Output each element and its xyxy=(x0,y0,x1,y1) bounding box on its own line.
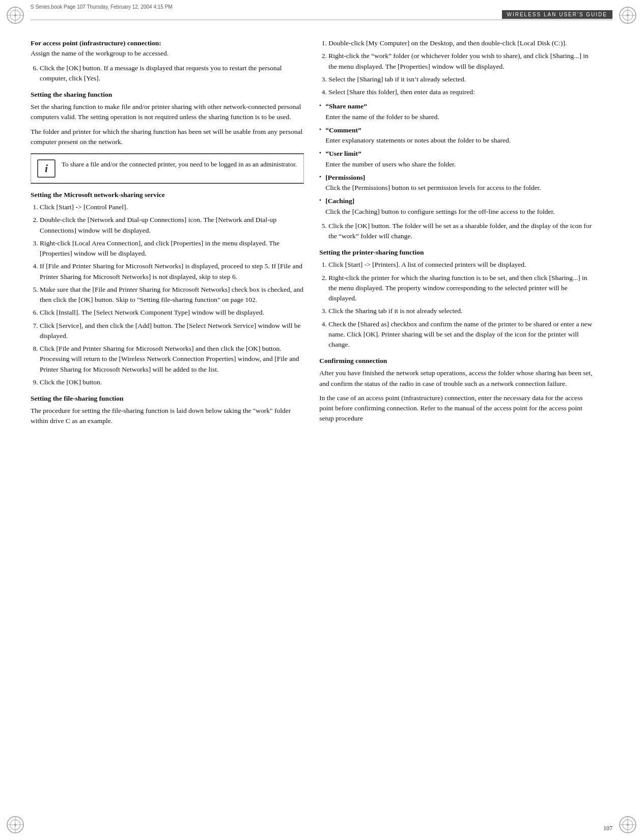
list-item: Select [Share this folder], then enter d… xyxy=(328,87,593,97)
list-item: If [File and Printer Sharing for Microso… xyxy=(40,261,304,282)
section1-para1: Set the sharing function to make file an… xyxy=(31,102,304,123)
list-item: Right-click the printer for which the sh… xyxy=(328,273,593,304)
left-column: For access point (infrastructure) connec… xyxy=(31,28,304,820)
svg-point-9 xyxy=(627,14,629,16)
list-item: Click [Service], and then click the [Add… xyxy=(40,321,304,342)
printer-steps-list: Click [Start] -> [Printers]. A list of c… xyxy=(328,260,593,350)
section5-heading: Confirming connection xyxy=(319,357,593,365)
section3-para: The procedure for setting the file-shari… xyxy=(31,406,304,427)
header-title: WIreless LAN User's Guide xyxy=(502,10,613,19)
option-desc: Enter the number of users who share the … xyxy=(325,160,456,168)
info-icon: i xyxy=(37,159,55,178)
list-item: Double-click the [Network and Dial-up Co… xyxy=(40,215,304,236)
step5-right-list: Click the [OK] button. The folder will b… xyxy=(328,221,593,242)
section3-heading: Setting the file-sharing function xyxy=(31,395,304,403)
list-item: Click the Sharing tab if it is not alrea… xyxy=(328,306,593,316)
section1-para2: The folder and printer for which the sha… xyxy=(31,127,304,148)
list-item: [Permissions]Click the [Permissions] but… xyxy=(319,173,593,193)
list-item: Click the [OK] button. The folder will b… xyxy=(328,221,593,242)
option-title: [Permissions] xyxy=(325,174,365,181)
list-item: Click the [OK] button. xyxy=(40,377,304,387)
right-column: Double-click [My Computer] on the Deskto… xyxy=(319,28,593,820)
list-item: Click [Install]. The [Select Network Com… xyxy=(40,307,304,318)
svg-point-14 xyxy=(14,824,16,826)
book-info: S Series.book Page 107 Thursday, Februar… xyxy=(31,4,173,10)
right-steps-list: Double-click [My Computer] on the Deskto… xyxy=(328,38,593,97)
content-wrapper: For access point (infrastructure) connec… xyxy=(31,28,612,820)
svg-point-19 xyxy=(627,824,629,826)
list-item: Right-click [Local Area Connection], and… xyxy=(40,238,304,259)
list-item: Select the [Sharing] tab if it isn’t alr… xyxy=(328,74,593,85)
option-title: “Comment” xyxy=(325,126,361,134)
share-options-list: “Share name”Enter the name of the folder… xyxy=(319,101,593,217)
list-item: Make sure that the [File and Printer Sha… xyxy=(40,285,304,305)
corner-decoration-tr xyxy=(618,5,638,25)
corner-decoration-tl xyxy=(5,5,25,25)
svg-point-4 xyxy=(14,14,16,16)
section2-heading: Setting the Microsoft network-sharing se… xyxy=(31,191,304,199)
list-item: Click [Start] -> [Control Panel]. xyxy=(40,202,304,212)
list-item: “User limit”Enter the number of users wh… xyxy=(319,149,593,170)
option-title: [Caching] xyxy=(325,197,354,205)
step6-list: Click the [OK] button. If a message is d… xyxy=(40,63,304,84)
list-item: Check the [Shared as] checkbox and confi… xyxy=(328,319,593,350)
info-box-text: To share a file and/or the connected pri… xyxy=(62,159,297,170)
option-title: “Share name” xyxy=(325,102,367,110)
list-item: [Caching]Click the [Caching] button to c… xyxy=(319,196,593,217)
corner-decoration-bl xyxy=(5,815,25,835)
option-desc: Enter the name of the folder to be share… xyxy=(325,113,439,121)
list-item: Click [Start] -> [Printers]. A list of c… xyxy=(328,260,593,270)
section5-para2: In the case of an access point (infrastr… xyxy=(319,393,593,424)
list-item: Click the [OK] button. If a message is d… xyxy=(40,63,304,84)
intro-bold: For access point (infrastructure) connec… xyxy=(31,38,304,59)
option-desc: Click the [Permissions] button to set pe… xyxy=(325,184,541,191)
corner-decoration-br xyxy=(618,815,638,835)
list-item: “Comment”Enter explanatory statements or… xyxy=(319,125,593,146)
ms-steps-list: Click [Start] -> [Control Panel].Double-… xyxy=(40,202,304,387)
list-item: Click [File and Printer Sharing for Micr… xyxy=(40,344,304,375)
section5-para1: After you have finished the network setu… xyxy=(319,368,593,389)
option-desc: Enter explanatory statements or notes ab… xyxy=(325,136,511,144)
section4-heading: Setting the printer-sharing function xyxy=(319,248,593,257)
list-item: Double-click [My Computer] on the Deskto… xyxy=(328,38,593,48)
info-box: i To share a file and/or the connected p… xyxy=(31,153,304,184)
page-number: 107 xyxy=(603,825,612,832)
section1-heading: Setting the sharing function xyxy=(31,91,304,99)
list-item: “Share name”Enter the name of the folder… xyxy=(319,101,593,122)
option-title: “User limit” xyxy=(325,150,361,157)
option-desc: Click the [Caching] button to configure … xyxy=(325,208,554,215)
list-item: Right-click the “work” folder (or whiche… xyxy=(328,51,593,72)
header-bar xyxy=(31,19,612,20)
